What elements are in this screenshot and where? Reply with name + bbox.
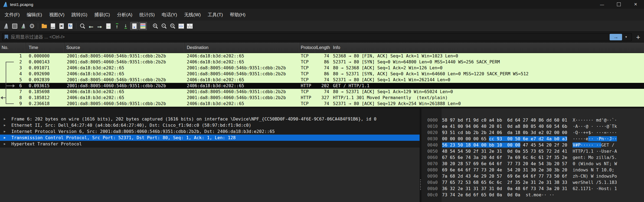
go-first-button[interactable] [113,22,121,30]
pane-splitter-handle[interactable] [420,180,421,190]
menu-capture[interactable]: 捕获(C) [91,10,114,19]
col-header-info[interactable]: Info [331,43,644,53]
start-capture-button[interactable] [2,22,10,30]
hex-row-0010[interactable]: 0010ea 41 00 94 06 40 20 01 0d a8 80 05 … [421,123,644,129]
close-file-button[interactable] [57,22,66,30]
col-header-len[interactable]: Length [316,43,331,53]
menu-telephony[interactable]: 电话(Y) [158,10,181,19]
stop-capture-button[interactable] [11,22,19,30]
detail-row-2[interactable]: ▶Ethernet II, Src: Dell_64:27:40 (a4:bb:… [0,122,420,128]
col-header-dst[interactable]: Destination [185,43,300,53]
hex-row-0090[interactable]: 00907a 68 2d 43 4e 29 20 57 69 6e 64 6f … [421,173,644,179]
maximize-button[interactable] [610,0,627,9]
packet-row-4[interactable]: 40.0926902406:da18:b3d:e202::652001:da8:… [0,71,644,77]
cell-len: 202 [316,83,331,89]
expand-arrow-icon[interactable]: ▶ [4,142,11,146]
go-forward-button[interactable] [96,22,104,30]
menu-view[interactable]: 视图(V) [45,10,68,19]
expand-arrow-icon[interactable]: ▶ [4,123,11,127]
col-header-time[interactable]: Time [26,43,64,53]
apply-filter-button[interactable] [610,34,622,40]
cell-time: 0.000143 [26,59,64,65]
cell-dst: 2001:da8:8005:4060:546b:9351:cdbb:2b2b [185,65,300,71]
minimize-button[interactable]: — [594,0,610,9]
layout-icon [187,24,193,29]
hex-row-0040[interactable]: 004056 23 50 18 04 00 bb 10 00 00 47 45 … [421,142,644,148]
packet-row-6[interactable]: 60.0936152001:da8:8005:4060:546b:9351:cd… [0,83,644,89]
go-back-button[interactable] [87,22,95,30]
expand-arrow-icon[interactable]: ▶ [4,117,11,121]
find-packet-button[interactable] [78,22,86,30]
packet-row-8[interactable]: 80.1858122406:da18:b3d:e202::652001:da8:… [0,95,644,101]
hex-offset: 00a0 [421,179,438,185]
open-file-button[interactable] [40,22,48,30]
display-filter-input[interactable]: 应用显示过滤器 ... <Ctrl-/> ▼ [2,33,632,41]
hex-ascii: 62.1171· ·Host: 1 [573,185,617,192]
detail-row-4[interactable]: ▶Transmission Control Protocol, Src Port… [0,135,420,141]
hex-row-0030[interactable]: 003000 00 00 00 00 65 cc 93 00 50 6e e7 … [421,136,644,142]
zoom-out-button[interactable] [160,22,168,30]
col-header-src[interactable]: Source [64,43,185,53]
hex-ascii: 0 (Windo ws NT; W [573,161,617,167]
close-button[interactable]: ✕ [627,0,644,9]
cell-dst: 2001:da8:8005:4060:546b:9351:cdbb:2b2b [185,71,300,77]
zoom-in-button[interactable] [151,22,159,30]
filter-bookmark-icon[interactable] [5,35,8,39]
hex-row-0070[interactable]: 007030 20 28 57 69 6e 64 6f 77 73 20 4e … [421,161,644,167]
menu-analyze[interactable]: 分析(A) [113,10,136,19]
menu-statistics[interactable]: 统计(S) [136,10,158,19]
detail-row-5[interactable]: ▶Hypertext Transfer Protocol [0,141,420,147]
detail-row-3[interactable]: ▶Internet Protocol Version 6, Src: 2001:… [0,128,420,135]
col-header-proto[interactable]: Protocol [300,43,316,53]
hex-row-0020[interactable]: 002093 51 cd bb 2b 2b 24 06 da 18 0b 3d … [421,129,644,136]
detail-row-1[interactable]: ▶Frame 6: 202 bytes on wire (1616 bits),… [0,116,420,122]
save-file-button[interactable] [49,22,57,30]
filter-dropdown-caret[interactable]: ▼ [622,35,630,38]
packet-bytes-pane[interactable]: 000058 97 bd f1 9d c0 a4 bb 6d 64 27 40 … [421,108,644,202]
packet-row-9[interactable]: 90.2366182001:da8:8005:4060:546b:9351:cd… [0,101,644,107]
menu-go[interactable]: 跳转(G) [68,10,91,19]
packet-row-7[interactable]: 70.1856982406:da18:b3d:e202::652001:da8:… [0,89,644,95]
cell-proto: TCP [300,71,316,77]
expand-arrow-icon[interactable]: ▶ [4,130,11,133]
hex-row-00a0[interactable]: 00a077 65 72 53 68 65 6c 6c 2f 35 2e 31 … [421,179,644,185]
hex-row-00b0[interactable]: 00b036 32 2e 31 31 37 31 0d 0a 48 6f 73 … [421,185,644,192]
packet-row-2[interactable]: 20.0001432001:da8:8005:4060:546b:9351:cd… [0,59,644,65]
hex-row-0000[interactable]: 000058 97 bd f1 9d c0 a4 bb 6d 64 27 40 … [421,117,644,123]
layout-button[interactable] [186,22,194,30]
restart-capture-button[interactable] [19,22,27,30]
detail-text: Hypertext Transfer Protocol [11,141,82,146]
cell-len: 86 [316,71,331,77]
add-filter-button-icon[interactable]: + [636,34,640,40]
menu-edit[interactable]: 编辑(E) [23,10,46,19]
menu-file[interactable]: 文件(F) [1,10,23,19]
menu-wireless[interactable]: 无线(W) [181,10,204,19]
capture-options-icon [29,23,35,29]
menu-tools[interactable]: 工具(T) [204,10,227,19]
capture-options-button[interactable] [28,22,36,30]
colorize-button[interactable] [139,22,147,30]
save-file-icon [51,23,55,29]
packet-row-1[interactable]: 10.0000002001:da8:8005:4060:546b:9351:cd… [0,53,644,59]
expand-arrow-icon[interactable]: ▶ [4,136,11,139]
go-to-packet-button[interactable] [104,22,112,30]
reload-file-button[interactable] [66,22,74,30]
hex-row-0060[interactable]: 006067 65 6e 74 3a 20 4d 6f 7a 69 6c 6c … [421,154,644,161]
auto-scroll-button[interactable] [130,22,138,30]
hex-row-0050[interactable]: 005048 54 54 50 2f 31 2e 31 0d 0a 55 73 … [421,148,644,154]
zoom-reset-button[interactable] [168,22,176,30]
toolbar-separator [76,23,76,29]
vertical-splitter[interactable] [420,108,421,202]
menu-help[interactable]: 帮助(H) [226,10,249,19]
resize-columns-button[interactable] [177,22,185,30]
packet-row-3[interactable]: 30.0910712406:da18:b3d:e202::652001:da8:… [0,65,644,71]
go-last-button[interactable] [122,22,130,30]
hex-row-0080[interactable]: 008069 6e 64 6f 77 73 20 4e 54 20 31 30 … [421,167,644,173]
hex-row-00c0[interactable]: 00c073 74 2e 6d 6f 65 0d 0a 0d 0ast.moe·… [421,192,644,198]
cell-no: 7 [0,89,26,95]
packet-row-5[interactable]: 50.0928392001:da8:8005:4060:546b:9351:cd… [0,77,644,83]
cell-info: HTTP/1.1 301 Moved Permanently (text/pla… [331,95,644,101]
col-header-no[interactable]: No. [0,43,26,53]
hex-bytes: 77 65 72 53 68 65 6c 6c 2f 35 2e 31 2e 3… [442,179,567,185]
go-first-icon [116,23,118,29]
